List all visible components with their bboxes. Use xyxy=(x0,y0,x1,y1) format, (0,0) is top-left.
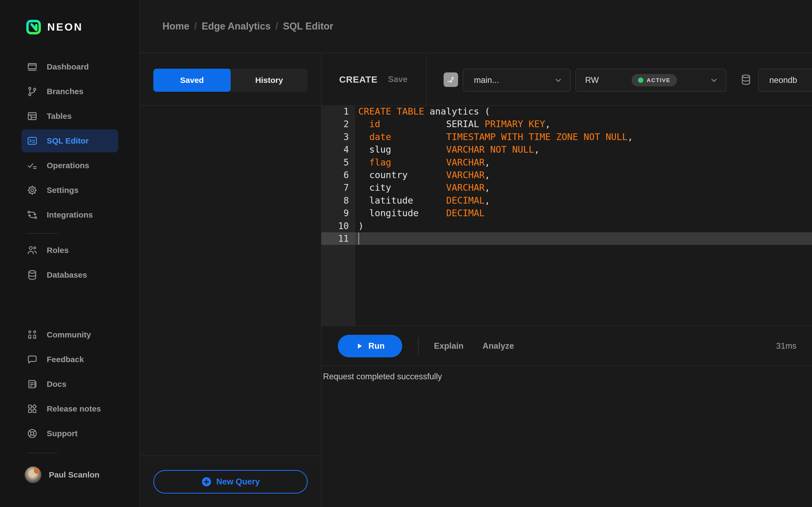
sidebar-item-docs[interactable]: Docs xyxy=(0,372,139,396)
line-number: 7 xyxy=(321,181,355,194)
query-title: CREATE xyxy=(339,54,377,105)
line-number: 5 xyxy=(321,156,355,169)
queries-tabs: Saved History xyxy=(153,69,308,92)
sidebar-item-dashboard[interactable]: Dashboard xyxy=(0,54,139,79)
play-icon xyxy=(356,342,364,350)
brand-name: NEON xyxy=(47,21,83,33)
breadcrumb-current: SQL Editor xyxy=(283,21,333,32)
code-line[interactable]: 9 longitude DECIMAL xyxy=(321,207,812,219)
code-line[interactable]: 2 id SERIAL PRIMARY KEY, xyxy=(321,118,812,130)
sidebar-item-sql-editor[interactable]: SQL Editor xyxy=(0,128,139,153)
sidebar-item-label: Feedback xyxy=(47,355,84,364)
code-line[interactable]: 5 flag VARCHAR, xyxy=(321,156,812,169)
editor-header: CREATE Save main... RW AC xyxy=(321,54,812,106)
database-select[interactable]: neondb xyxy=(758,69,812,92)
sidebar-item-settings[interactable]: Settings xyxy=(0,178,139,203)
sidebar-item-label: SQL Editor xyxy=(47,136,89,146)
sidebar-item-label: Community xyxy=(47,330,91,339)
sidebar-item-roles[interactable]: Roles xyxy=(0,238,139,263)
status-label: ACTIVE xyxy=(647,77,670,83)
plus-circle-icon xyxy=(201,477,212,487)
status-dot-icon xyxy=(638,77,643,83)
branches-icon xyxy=(26,86,38,97)
status-badge: ACTIVE xyxy=(631,74,677,87)
line-number: 6 xyxy=(321,169,355,181)
neon-logo-icon xyxy=(26,19,41,35)
sidebar-item-label: Integrations xyxy=(47,210,93,219)
code-line[interactable]: 10) xyxy=(321,220,812,232)
sidebar-item-feedback[interactable]: Feedback xyxy=(0,347,139,372)
sidebar-item-community[interactable]: Community xyxy=(0,323,139,347)
user-menu[interactable]: Paul Scanlon xyxy=(0,462,139,488)
code-text: slug VARCHAR NOT NULL, xyxy=(358,143,540,156)
toolbar-divider xyxy=(418,337,419,355)
panel-divider xyxy=(140,105,321,106)
line-number: 4 xyxy=(321,143,355,156)
sidebar-item-label: Support xyxy=(47,429,78,438)
line-number: 1 xyxy=(321,105,355,118)
support-icon xyxy=(26,428,38,439)
explain-button[interactable]: Explain xyxy=(434,335,463,357)
line-number: 8 xyxy=(321,194,355,207)
analyze-button[interactable]: Analyze xyxy=(483,335,514,357)
sidebar-item-label: Docs xyxy=(47,380,66,389)
databases-icon xyxy=(26,269,38,281)
code-line[interactable]: 1CREATE TABLE analytics ( xyxy=(321,105,812,118)
panel-divider xyxy=(140,455,321,456)
sidebar-item-support[interactable]: Support xyxy=(0,421,139,446)
sql-editor-pane: CREATE Save main... RW AC xyxy=(321,54,812,507)
branch-select[interactable]: main... xyxy=(463,69,571,92)
sidebar-item-label: Roles xyxy=(47,246,69,255)
sidebar-item-label: Branches xyxy=(47,87,84,96)
line-number: 11 xyxy=(321,232,355,245)
sidebar-divider xyxy=(26,233,58,234)
sidebar-item-operations[interactable]: Operations xyxy=(0,153,139,178)
database-icon xyxy=(739,73,753,87)
new-query-button[interactable]: New Query xyxy=(153,470,308,494)
line-number: 9 xyxy=(321,207,355,219)
neon-logo[interactable]: NEON xyxy=(26,19,83,35)
breadcrumb-project[interactable]: Edge Analytics xyxy=(202,21,271,32)
code-lines: 1CREATE TABLE analytics (2 id SERIAL PRI… xyxy=(321,105,812,245)
sidebar-item-branches[interactable]: Branches xyxy=(0,79,139,104)
tab-saved[interactable]: Saved xyxy=(153,69,231,92)
community-icon xyxy=(26,329,38,341)
query-duration: 31ms xyxy=(776,335,797,357)
roles-icon xyxy=(26,244,38,256)
user-name: Paul Scanlon xyxy=(49,470,99,480)
sidebar-item-release-notes[interactable]: Release notes xyxy=(0,396,139,421)
endpoint-select-value: RW xyxy=(585,75,599,85)
sidebar-item-label: Settings xyxy=(47,186,79,195)
code-line[interactable]: 3 date TIMESTAMP WITH TIME ZONE NOT NULL… xyxy=(321,131,812,143)
branch-icon-button[interactable] xyxy=(444,72,458,87)
release-notes-icon xyxy=(26,403,38,415)
code-line[interactable]: 8 latitude DECIMAL, xyxy=(321,194,812,207)
database-select-value: neondb xyxy=(769,75,797,85)
sidebar-item-label: Databases xyxy=(47,270,87,280)
neon-console: NEON Dashboard Branches xyxy=(0,0,812,507)
run-label: Run xyxy=(368,341,385,351)
chevron-down-icon xyxy=(710,76,718,84)
sidebar-item-integrations[interactable]: Integrations xyxy=(0,203,139,227)
endpoint-select[interactable]: RW ACTIVE xyxy=(575,69,726,92)
results-divider xyxy=(321,365,812,366)
operations-icon xyxy=(26,160,38,171)
code-text: date TIMESTAMP WITH TIME ZONE NOT NULL, xyxy=(358,131,633,143)
sidebar-nav-tertiary: Community Feedback Docs xyxy=(0,323,139,446)
code-text: CREATE TABLE analytics ( xyxy=(358,105,490,118)
sidebar-item-databases[interactable]: Databases xyxy=(0,263,139,287)
breadcrumb-home[interactable]: Home xyxy=(162,21,189,32)
code-text: city VARCHAR, xyxy=(358,181,490,194)
queries-panel: Saved History New Query xyxy=(140,54,321,507)
save-button[interactable]: Save xyxy=(388,54,407,105)
sidebar-item-tables[interactable]: Tables xyxy=(0,104,139,128)
run-button[interactable]: Run xyxy=(338,335,402,357)
code-line[interactable]: 4 slug VARCHAR NOT NULL, xyxy=(321,143,812,156)
code-line[interactable]: 6 country VARCHAR, xyxy=(321,169,812,181)
code-editor[interactable]: 1CREATE TABLE analytics (2 id SERIAL PRI… xyxy=(321,105,812,326)
line-number: 2 xyxy=(321,118,355,130)
code-line[interactable]: 7 city VARCHAR, xyxy=(321,181,812,194)
settings-gear-icon xyxy=(26,184,38,196)
tab-history[interactable]: History xyxy=(231,69,308,92)
code-line[interactable]: 11 xyxy=(321,232,812,245)
